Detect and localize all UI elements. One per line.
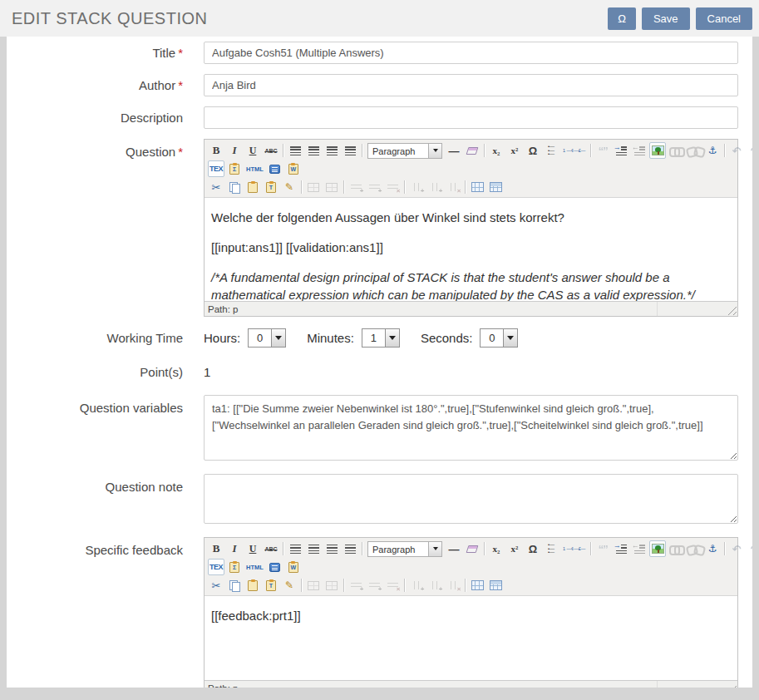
split-cells-icon[interactable]: [469, 179, 485, 195]
format-select-arrow[interactable]: [428, 144, 441, 158]
format-select-arrow[interactable]: [428, 542, 441, 556]
author-input[interactable]: [204, 74, 738, 96]
copy-icon[interactable]: [226, 179, 243, 195]
indent-icon[interactable]: [613, 142, 629, 159]
merge-cells-icon[interactable]: [487, 179, 504, 195]
underline-icon[interactable]: U: [244, 540, 261, 557]
paste-as-text-icon[interactable]: [263, 179, 279, 195]
edit-icon[interactable]: ✎: [281, 577, 298, 594]
italic-icon[interactable]: I: [226, 540, 243, 557]
cancel-button[interactable]: Cancel: [696, 7, 752, 30]
required-asterisk: *: [178, 78, 183, 92]
align-left-icon[interactable]: [287, 540, 303, 557]
indent-icon[interactable]: [613, 540, 629, 557]
remove-format-icon[interactable]: [464, 540, 481, 557]
question-variables-input[interactable]: ta1: [["Die Summe zweier Nebenwinkel ist…: [204, 395, 738, 461]
subscript-icon[interactable]: x₂: [488, 142, 505, 159]
icon-glyph: B: [213, 542, 220, 555]
preview-icon[interactable]: [267, 160, 283, 177]
icon-glyph: [448, 183, 459, 191]
italic-icon[interactable]: I: [226, 142, 243, 159]
tex-toggle-icon[interactable]: TEX: [208, 559, 224, 575]
hours-select-arrow[interactable]: [271, 329, 285, 347]
icon-glyph: ↷: [751, 145, 752, 157]
special-characters-button[interactable]: Ω: [608, 7, 636, 30]
question-editor-content[interactable]: Welche der folgenden Aussagen über Winke…: [205, 198, 737, 301]
icon-glyph: [430, 183, 441, 191]
align-justify-icon[interactable]: [342, 142, 358, 159]
preview-icon[interactable]: [267, 559, 283, 575]
icon-glyph: I: [232, 144, 236, 157]
icon-glyph: [248, 182, 258, 193]
paste-from-word-icon[interactable]: [285, 160, 302, 177]
bullet-list-icon[interactable]: [543, 540, 559, 557]
html-source-icon[interactable]: HTML: [244, 559, 265, 575]
split-cells-icon[interactable]: [469, 577, 485, 594]
tex-toggle-icon[interactable]: TEX: [208, 160, 224, 177]
numbered-list-icon[interactable]: [561, 540, 587, 557]
seconds-select-arrow[interactable]: [503, 329, 517, 347]
align-center-icon[interactable]: [305, 142, 322, 159]
icon-glyph: [387, 581, 398, 589]
anchor-icon[interactable]: ⚓: [704, 142, 721, 159]
description-input[interactable]: [204, 106, 738, 129]
strikethrough-icon[interactable]: ABC: [263, 540, 279, 557]
question-note-input[interactable]: [204, 474, 738, 524]
icon-glyph: Ω: [529, 145, 537, 157]
icon-glyph: [369, 581, 380, 589]
editor-resize-grip[interactable]: [726, 683, 737, 688]
minutes-label: Minutes:: [307, 331, 354, 345]
save-button[interactable]: Save: [642, 7, 690, 30]
table-cell-properties-icon: [323, 577, 340, 594]
cut-icon[interactable]: ✂: [208, 577, 224, 594]
subscript-icon[interactable]: x₂: [488, 540, 505, 557]
special-character-icon[interactable]: Ω: [525, 540, 541, 557]
remove-format-icon[interactable]: [464, 142, 481, 159]
align-right-icon[interactable]: [323, 540, 340, 557]
header-buttons: Ω Save Cancel: [608, 7, 752, 30]
delete-column-icon: [445, 577, 461, 594]
seconds-select[interactable]: 0: [480, 328, 518, 348]
paste-icon[interactable]: [244, 179, 261, 195]
align-center-icon[interactable]: [305, 540, 322, 557]
editor-toolbar: BIUABCParagraph—x₂x²Ω“”⚓↶↷TEXHTML✂✎: [205, 538, 737, 596]
horizontal-rule-icon[interactable]: —: [446, 142, 462, 159]
underline-icon[interactable]: U: [244, 142, 261, 159]
bullet-list-icon[interactable]: [543, 142, 559, 159]
editor-resize-grip[interactable]: [726, 304, 737, 315]
paste-as-text-icon[interactable]: [263, 577, 279, 594]
minutes-select-arrow[interactable]: [385, 329, 399, 347]
feedback-editor-content[interactable]: [[feedback:prt1]]: [205, 596, 737, 680]
hours-select[interactable]: 0: [248, 328, 286, 348]
icon-glyph: [351, 183, 362, 191]
merge-cells-icon[interactable]: [487, 577, 504, 594]
copy-icon[interactable]: [226, 577, 243, 594]
horizontal-rule-icon[interactable]: —: [446, 540, 462, 557]
paste-formula-icon[interactable]: [226, 160, 243, 177]
strikethrough-icon[interactable]: ABC: [263, 142, 279, 159]
superscript-icon[interactable]: x²: [506, 142, 523, 159]
align-right-icon[interactable]: [323, 142, 340, 159]
numbered-list-icon[interactable]: [561, 142, 587, 159]
edit-icon[interactable]: ✎: [281, 179, 298, 195]
paste-icon[interactable]: [244, 577, 261, 594]
bold-icon[interactable]: B: [208, 540, 224, 557]
insert-image-icon[interactable]: [649, 540, 666, 557]
format-select[interactable]: Paragraph: [367, 143, 442, 159]
special-character-icon[interactable]: Ω: [525, 142, 541, 159]
superscript-icon[interactable]: x²: [506, 540, 523, 557]
align-justify-icon[interactable]: [342, 540, 358, 557]
bold-icon[interactable]: B: [208, 142, 224, 159]
paste-formula-icon[interactable]: [226, 559, 243, 575]
html-source-icon[interactable]: HTML: [244, 160, 265, 177]
insert-image-icon[interactable]: [649, 142, 666, 159]
cut-icon[interactable]: ✂: [208, 179, 224, 195]
title-input[interactable]: [204, 42, 738, 64]
editor-paragraph: [[feedback:prt1]]: [211, 607, 731, 625]
paste-from-word-icon[interactable]: [285, 559, 302, 575]
format-select[interactable]: Paragraph: [367, 541, 442, 557]
icon-glyph: HTML: [246, 165, 264, 173]
anchor-icon[interactable]: ⚓: [704, 540, 721, 557]
align-left-icon[interactable]: [287, 142, 303, 159]
minutes-select[interactable]: 1: [362, 328, 400, 348]
